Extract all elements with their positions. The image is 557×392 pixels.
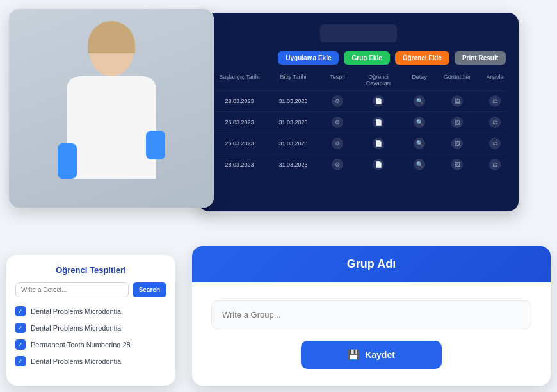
- detection-item-3: Permanent Tooth Numbering 28: [15, 339, 166, 350]
- doctor-hair: [88, 21, 135, 53]
- detection-label-1: Dental Problems Microdontia: [31, 307, 121, 315]
- add-group-button[interactable]: Grup Ekle: [344, 51, 389, 65]
- group-modal-header: Grup Adı: [192, 246, 551, 282]
- doctor-photo: [9, 9, 214, 208]
- detection-checkbox-1[interactable]: [15, 306, 26, 316]
- add-application-button[interactable]: Uygulama Ekle: [278, 51, 339, 65]
- search-row: Search: [15, 282, 166, 297]
- detection-label-3: Permanent Tooth Numbering 28: [31, 341, 131, 348]
- table-headers: Başlangıç Tarihi Bitiş Tarihi Tespti Öğr…: [211, 74, 506, 90]
- col-detail: Detay: [403, 74, 435, 86]
- search-input[interactable]: [15, 282, 129, 297]
- add-student-button[interactable]: Öğrenci Ekle: [395, 51, 449, 65]
- table-row: 26.03.2023 31.03.2023 ⚙ 📄 🔍 🖼 🗂: [211, 111, 506, 133]
- detections-panel-title: Öğrenci Tespitleri: [15, 265, 166, 275]
- search-button[interactable]: Search: [133, 282, 166, 297]
- doctor-glove-left: [58, 143, 77, 179]
- detection-label-4: Dental Problems Microdontia: [31, 357, 121, 365]
- col-start-date: Başlangıç Tarihi: [214, 74, 265, 86]
- doctor-head: [89, 25, 134, 76]
- detection-checkbox-4[interactable]: [15, 356, 26, 366]
- group-modal-body: 💾 Kaydet: [192, 282, 551, 386]
- doctor-glove-right: [146, 131, 165, 159]
- col-images: Görüntüler: [438, 74, 476, 86]
- dashboard-card: Uygulama Ekle Grup Ekle Öğrenci Ekle Pri…: [198, 13, 519, 211]
- col-archive: Arşivle: [479, 74, 511, 86]
- col-student-answers: Öğrenci Cevapları: [356, 74, 401, 86]
- group-name-input[interactable]: [211, 300, 531, 329]
- detection-checkbox-3[interactable]: [15, 339, 26, 350]
- table-row: 28.03.2023 31.03.2023 ⚙ 📄 🔍 🖼 🗂: [211, 154, 506, 175]
- doctor-body: [67, 76, 156, 179]
- print-result-button[interactable]: Print Result: [455, 51, 506, 65]
- save-icon: 💾: [348, 349, 360, 361]
- table-row: 26.03.2023 31.03.2023 ⚙ 📄 🔍 🖼 🗂: [211, 133, 506, 154]
- dashboard-buttons: Uygulama Ekle Grup Ekle Öğrenci Ekle Pri…: [211, 51, 506, 65]
- group-modal: Grup Adı 💾 Kaydet: [192, 246, 551, 386]
- detections-panel: Öğrenci Tespitleri Search Dental Problem…: [6, 255, 175, 386]
- save-label: Kaydet: [365, 350, 395, 360]
- dashboard-header-bar: [320, 24, 397, 42]
- dashboard-table: Başlangıç Tarihi Bitiş Tarihi Tespti Öğr…: [211, 74, 506, 175]
- detection-item-4: Dental Problems Microdontia: [15, 356, 166, 366]
- doctor-figure: [60, 25, 163, 192]
- detection-label-2: Dental Problems Microdontia: [31, 324, 121, 332]
- detection-item-1: Dental Problems Microdontia: [15, 306, 166, 316]
- save-button[interactable]: 💾 Kaydet: [301, 341, 442, 369]
- photo-card: [9, 9, 214, 208]
- detection-checkbox-2[interactable]: [15, 323, 26, 333]
- col-end-date: Bitiş Tarihi: [268, 74, 319, 86]
- detection-item-2: Dental Problems Microdontia: [15, 323, 166, 333]
- col-detection: Tespti: [321, 74, 353, 86]
- table-row: 28.03.2023 31.03.2023 ⚙ 📄 🔍 🖼 🗂: [211, 90, 506, 111]
